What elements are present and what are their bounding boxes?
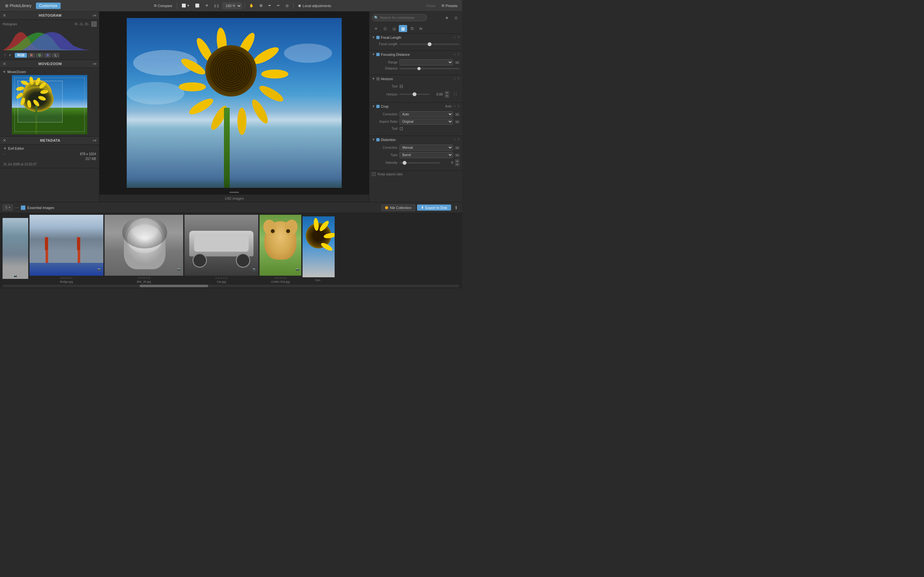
movezoom-thumbnail[interactable]	[12, 75, 87, 134]
distortion-toggle[interactable]	[376, 138, 380, 141]
crop-toggle[interactable]	[376, 105, 380, 108]
focal-length-slider[interactable]	[399, 44, 459, 45]
rp-icon-color[interactable]: ⊙	[381, 25, 389, 32]
list-item[interactable]: 📷 ☆☆☆☆☆ Car.jpg	[184, 215, 258, 284]
movezoom-header[interactable]: ✕ MOVE/ZOOM ≡▾	[0, 60, 99, 68]
eyedropper-btn[interactable]: ✒	[266, 3, 273, 8]
metadata-close[interactable]: ✕	[3, 138, 6, 143]
crop-star[interactable]: ☆	[453, 104, 456, 108]
rp-icon-detail[interactable]: ◎	[390, 25, 398, 32]
focusing-distance-star[interactable]: ☆	[453, 52, 456, 56]
crop-help[interactable]: ?	[457, 105, 459, 108]
list-item[interactable]: 📷 ☆☆☆☆☆ Corbis 004.jpg	[260, 215, 301, 284]
favorites-filter-btn[interactable]: ★	[443, 14, 451, 21]
movezoom-chevron[interactable]: ▼	[3, 70, 6, 74]
horizon-star[interactable]: ☆	[453, 77, 456, 81]
range-up-btn[interactable]: ▲	[455, 61, 459, 64]
mask-btn[interactable]: ◎	[284, 3, 291, 8]
filmstrip-scrollbar[interactable]	[3, 285, 459, 287]
distortion-correction-up[interactable]: ▲	[455, 146, 459, 149]
metadata-chevron[interactable]: ▼	[3, 147, 7, 150]
distortion-correction-select[interactable]: Manual	[399, 145, 453, 151]
photo-library-btn[interactable]: ⊞ PhotoLibrary	[3, 3, 34, 9]
rp-icon-fx[interactable]: fx	[417, 25, 425, 32]
view-mode-btn[interactable]: ⬜ ▾	[180, 3, 191, 8]
focal-length-help[interactable]: ?	[457, 35, 459, 39]
focal-length-header[interactable]: ▼ Focal Length ☆ ?	[369, 34, 462, 41]
distortion-star[interactable]: ☆	[453, 137, 456, 142]
paint-btn[interactable]: ✏	[275, 3, 282, 8]
rgb-btn-b[interactable]: B	[44, 53, 51, 58]
list-item[interactable]: 📷 ☆☆☆☆☆ BW_35.jpg	[105, 215, 183, 284]
rgb-btn-g[interactable]: G	[36, 53, 43, 58]
horizon-up-btn[interactable]: ▲	[445, 91, 449, 94]
rgb-btn-all[interactable]: RGB	[15, 53, 27, 58]
focusing-distance-header[interactable]: ▼ Focusing Distance ☆ ?	[369, 51, 462, 58]
histogram-close[interactable]: ✕	[3, 13, 6, 18]
horizon-help[interactable]: ?	[457, 77, 459, 81]
histogram-header[interactable]: ✕ HISTOGRAM ≡▾	[0, 11, 99, 19]
focal-length-star[interactable]: ☆	[453, 35, 456, 39]
movezoom-menu[interactable]: ≡▾	[93, 62, 97, 66]
rgb-btn-r[interactable]: R	[27, 53, 35, 58]
distortion-header[interactable]: ▼ Distortion ☆ ?	[369, 136, 462, 143]
rp-icon-light[interactable]: ☀	[372, 25, 380, 32]
crop-correction-select[interactable]: Auto	[399, 111, 453, 117]
intensity-up-btn[interactable]: ▲	[455, 159, 459, 163]
list-item[interactable]: 📷	[3, 218, 28, 280]
nik-collection-btn[interactable]: Nik Collection	[381, 205, 415, 211]
focusing-distance-toggle[interactable]	[376, 53, 380, 56]
histogram-menu[interactable]: ≡▾	[93, 13, 97, 18]
metadata-menu[interactable]: ≡▾	[93, 139, 97, 143]
movezoom-close[interactable]: ✕	[3, 61, 6, 66]
intensity-down-btn[interactable]: ▼	[455, 163, 459, 166]
sort-btn[interactable]: ⇅ ▾	[3, 205, 13, 211]
focal-length-toggle[interactable]	[376, 36, 380, 39]
horizon-tool-icon[interactable]: ⊟	[399, 84, 403, 89]
intensity-slider[interactable]	[399, 162, 440, 163]
local-adj-btn[interactable]: ◉ Local adjustments	[296, 3, 333, 8]
fit-btn[interactable]: ⬜	[193, 3, 202, 8]
metadata-header[interactable]: ✕ METADATA ≡▾	[0, 137, 99, 145]
focusing-distance-help[interactable]: ?	[457, 53, 459, 56]
aspect-ratio-up-btn[interactable]: ▲	[455, 120, 459, 123]
hand-tool-btn[interactable]: ✋	[247, 3, 256, 8]
share-btn[interactable]: ⬆	[453, 205, 459, 210]
crop-tool-icon[interactable]: ⊡	[399, 126, 403, 131]
rgb-btn-l[interactable]: L	[52, 53, 59, 58]
view-toggle-btn[interactable]: ⊙	[452, 14, 459, 21]
filmstrip: 📷 📷 ☆☆☆☆☆ Bridge.jpg	[0, 213, 462, 285]
move-btn[interactable]: ✛	[204, 3, 210, 8]
keep-aspect-checkbox[interactable]	[372, 172, 376, 176]
distortion-help[interactable]: ?	[457, 138, 459, 142]
list-item[interactable]: 📷 ☆☆☆☆☆ Bridge.jpg	[29, 215, 103, 284]
horizon-down-btn[interactable]: ▼	[445, 95, 449, 98]
zoom-selector[interactable]: 160 %	[223, 3, 242, 9]
export-btn[interactable]: ⬇ Export to Disk	[417, 205, 451, 211]
distance-slider[interactable]	[399, 68, 459, 69]
rp-icon-geometry[interactable]: ▦	[399, 25, 407, 32]
moon-icon[interactable]: ☽	[3, 53, 6, 57]
horizon-expand-btn[interactable]: ⛶	[451, 91, 459, 98]
search-input[interactable]	[372, 14, 427, 21]
distortion-type-select[interactable]: Barrel	[399, 152, 453, 158]
compare-btn[interactable]: ⧉ Compare	[152, 3, 174, 8]
crop-correction-up-btn[interactable]: ▲	[455, 113, 459, 116]
range-select[interactable]	[399, 59, 453, 65]
crop-tool-btn[interactable]: ⊞	[258, 3, 264, 8]
horizon-header[interactable]: ▼ Horizon ☆ ?	[369, 75, 462, 82]
sun-icon[interactable]: ☀	[8, 53, 11, 57]
image-area[interactable]	[99, 11, 369, 194]
filter-btn[interactable]: ⋯	[15, 205, 19, 210]
horizon-toggle[interactable]	[376, 77, 380, 81]
local-adj-icon: ◉	[298, 3, 301, 8]
list-item[interactable]: Cor...	[302, 216, 334, 282]
customize-btn[interactable]: Customize	[36, 3, 61, 9]
presets-btn[interactable]: ⊟ Presets	[439, 3, 459, 8]
distortion-type-up[interactable]: ▲	[455, 153, 459, 157]
crop-header[interactable]: ▼ Crop Auto ☆ ?	[369, 103, 462, 110]
rp-icon-watermark[interactable]: ⧉	[408, 25, 416, 32]
aspect-ratio-select[interactable]: Original	[399, 119, 453, 125]
reset-btn[interactable]: Reset	[425, 3, 438, 8]
horizon-slider[interactable]	[399, 93, 430, 95]
